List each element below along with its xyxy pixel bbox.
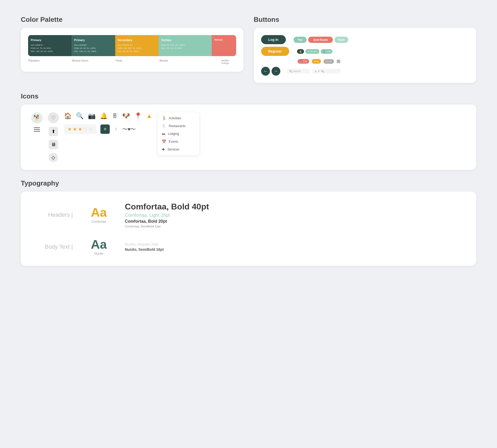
swatch-plantation: Primary Hex #2ME70RGB: 42, 70, 40, 90%HS…: [28, 35, 72, 56]
menu-item-services[interactable]: ✚ Services: [158, 146, 199, 153]
menu-label-restaurants: Restaurants: [169, 124, 186, 128]
swatch-mirador: Tertiary RGB: 56, 203, 181, 100%HSL: 162…: [159, 35, 212, 56]
activities-icon: 🏃: [162, 116, 166, 120]
tag-25min: ⏱ 25 min: [305, 49, 320, 54]
swatch-plantation-title: Primary: [31, 38, 69, 42]
body-label: Body Text |: [36, 243, 73, 250]
sliders-icon: 🎚: [112, 112, 118, 120]
services-icon: ✚: [162, 147, 165, 151]
typo-h1: Comfortaa, Bold 40pt: [125, 202, 209, 212]
label-madder: MadderOrange: [214, 59, 236, 64]
bell-icon: 🔔: [100, 112, 108, 120]
swatch-mineral-info: Hex #400082RGB: 64, 94, 91, 100%HSL: 194…: [74, 44, 112, 53]
location-pin-icon: 📍: [134, 112, 142, 120]
star-2: ★: [73, 126, 77, 132]
navigation-icon: ▲: [146, 112, 152, 120]
btn-row-3: 🚌 3 hr km/g 42 min ⊞: [298, 58, 469, 64]
swatch-mirador-title: Tertiary: [161, 38, 209, 42]
restaurants-icon: 🍴: [162, 124, 166, 128]
label-plantation: Plantation: [28, 59, 72, 64]
tag-3hr: 🚌 3 hr: [298, 59, 309, 64]
menu-label-lodging: Lodging: [168, 132, 179, 136]
menu-item-activities[interactable]: 🏃 Activities: [158, 114, 199, 122]
search-input-mini[interactable]: 🔍 Search: [287, 69, 310, 74]
body-samples: Nunito, Regular 20pt Nunito, SemiBold 16…: [125, 242, 164, 252]
female-icon: ♀: [114, 126, 118, 133]
typo-h4: Comfortaa, SemiBold 11pt: [125, 225, 209, 228]
stars-rating: ★ ★ ★ ☆ ☆: [64, 124, 96, 134]
headers-label: Headers |: [36, 212, 73, 218]
typo-h3: Comfortaa, Bold 20pt: [125, 219, 209, 224]
note-button[interactable]: Note: [334, 37, 348, 43]
arrow-right-button[interactable]: →: [272, 67, 280, 76]
swatch-mirador-info: RGB: 56, 203, 181, 100%HSL: 162, 40, 0, …: [161, 44, 209, 50]
heartbeat-icon: 〜♥〜: [122, 126, 136, 133]
label-mirador: Mirador: [159, 59, 214, 64]
header-samples: Comfortaa, Bold 40pt Comfortaa, Light 26…: [125, 202, 209, 228]
swatch-pyrite: Secondary Hex #FF9DC4CRGB: 248, 155, 14,…: [115, 35, 159, 56]
menu-item-events[interactable]: 📅 Events: [158, 138, 199, 146]
search-icon-mini: 🔍: [321, 70, 324, 73]
buttons-card: Log In Yes End Route Note Register 🔒 ⏱ 2…: [254, 28, 476, 83]
icon-bottom-row: ★ ★ ★ ☆ ☆ ≡ ♀ 〜♥〜: [64, 124, 152, 134]
menu-label-activities: Activities: [169, 116, 181, 120]
label-mineral: Mineral Green: [72, 59, 115, 64]
input-mini[interactable]: ▲ ▼ 🔍: [312, 69, 341, 74]
label-pyrite: Pyrite: [116, 59, 159, 64]
swatch-mineral-title: Primary: [74, 38, 112, 42]
dog-face-icon: 🐶: [122, 112, 130, 120]
body-row: Body Text | Aa Nunito Nunito, Regular 20…: [36, 238, 461, 255]
nunito-aa: Aa: [88, 238, 109, 251]
icon-top-row: 🏠 🔍 📷 🔔 🎚 🐶 📍 ▲: [64, 112, 152, 120]
end-route-button[interactable]: End Route: [308, 37, 333, 43]
diamond-icon[interactable]: ◇: [49, 153, 58, 162]
tag-kmg: km/g: [312, 59, 321, 64]
btn-row-4: ← → 🔍 Search ▲ ▼ 🔍: [261, 67, 469, 76]
events-icon: 📅: [162, 140, 166, 144]
color-palette-card: Primary Hex #2ME70RGB: 42, 70, 40, 90%HS…: [21, 28, 243, 72]
star-3: ★: [78, 126, 82, 132]
swatch-pyrite-title: Secondary: [118, 38, 156, 42]
icons-card: 🐕 ♡ ⬆ 🖥 ◇ 🏠 🔍 📷 🔔 🎚 🐶 📍 ▲: [21, 104, 476, 170]
swatch-madder-title: Tertiary: [214, 38, 234, 42]
menu-item-restaurants[interactable]: 🍴 Restaurants: [158, 122, 199, 130]
lodging-icon: 🛏: [162, 132, 165, 136]
nunito-name: Nunito: [88, 252, 109, 255]
star-4: ☆: [83, 126, 87, 132]
yes-button[interactable]: Yes: [294, 37, 307, 43]
nunito-aa-block: Aa Nunito: [88, 238, 109, 255]
btn-row-1: Log In Yes End Route Note: [261, 35, 469, 44]
search-icon-large: 🔍: [76, 112, 84, 120]
buttons-title: Buttons: [254, 16, 476, 24]
login-button[interactable]: Log In: [261, 35, 286, 44]
upload-icon[interactable]: ⬆: [49, 127, 58, 136]
headers-row: Headers | Aa Comfortaa Comfortaa, Bold 4…: [36, 202, 461, 228]
btn-row-2: Register 🔒 ⏱ 25 min 🚶 1 hr: [261, 47, 469, 56]
register-button[interactable]: Register: [261, 47, 289, 56]
list-icon-button[interactable]: ≡: [100, 124, 110, 134]
menu-label-services: Services: [167, 148, 179, 151]
arrow-left-button[interactable]: ←: [261, 67, 270, 76]
swatch-pyrite-info: Hex #FF9DC4CRGB: 248, 155, 14, 100%HSL: …: [118, 44, 156, 53]
typo-body1: Nunito, Regular 20pt: [125, 242, 164, 246]
swatch-madder: Tertiary: [212, 35, 236, 56]
arrow-buttons: ← →: [261, 67, 280, 76]
tag-1hr: 🚶 1 hr: [321, 49, 332, 54]
hamburger-icon[interactable]: [34, 127, 40, 132]
typography-card: Headers | Aa Comfortaa Comfortaa, Bold 4…: [21, 192, 476, 266]
star-1: ★: [68, 126, 72, 132]
monitor-icon[interactable]: 🖥: [49, 140, 58, 149]
typo-body2: Nunito, SemiBold 16pt: [125, 247, 164, 252]
menu-label-events: Events: [169, 140, 178, 143]
tag-42min: 42 min: [324, 59, 334, 64]
home-icon: 🏠: [64, 112, 72, 120]
pet-avatar-icon: 🐕: [31, 112, 43, 124]
search-placeholder: Search: [293, 70, 301, 73]
menu-item-lodging[interactable]: 🛏 Lodging: [158, 130, 199, 138]
swatch-mineral-green: Primary Hex #400082RGB: 64, 94, 91, 100%…: [72, 35, 115, 56]
color-palette-title: Color Palette: [21, 16, 243, 24]
comfortaa-aa: Aa: [88, 206, 109, 219]
tag-lock: 🔒: [297, 49, 304, 54]
grid-icon: ⊞: [337, 58, 340, 64]
heart-icon[interactable]: ♡: [48, 112, 59, 123]
